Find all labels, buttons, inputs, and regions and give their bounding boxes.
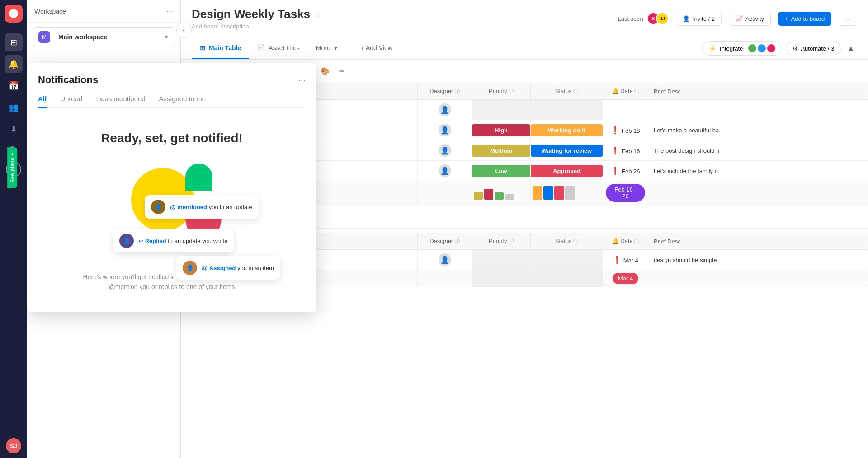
date-cell[interactable] bbox=[603, 100, 648, 120]
priority-low-badge: Low bbox=[472, 165, 530, 177]
last-seen: Last seen S JJ bbox=[618, 12, 668, 25]
brief-cell: design should be simple bbox=[648, 250, 868, 270]
integration-dot-2 bbox=[758, 44, 766, 52]
sidebar-item-calendar[interactable]: 📅 bbox=[5, 77, 23, 95]
col-priority: Priority ⓘ bbox=[472, 83, 531, 100]
notification-panel: Notifications ··· All Unread I was menti… bbox=[27, 63, 316, 312]
summary-brief bbox=[648, 181, 868, 205]
summary-status bbox=[531, 181, 603, 205]
user-avatar[interactable]: SJ bbox=[6, 438, 21, 453]
tab-mentioned[interactable]: I was mentioned bbox=[96, 95, 145, 108]
status-cell[interactable]: Waiting for review bbox=[531, 140, 603, 161]
integrate-button[interactable]: ⚡ Integrate bbox=[702, 41, 782, 56]
brief-cell: Let's make a beautiful ba bbox=[648, 120, 868, 140]
brief-cell: The post design should h bbox=[648, 140, 868, 161]
sidebar-item-people[interactable]: 👥 bbox=[5, 98, 23, 117]
designer-avatar: 👤 bbox=[439, 164, 451, 177]
notification-illustration: 👤 @ mentioned you in an update 👤 ↩ Repli… bbox=[95, 159, 249, 258]
priority-bar-chart bbox=[474, 186, 528, 200]
alert-icon: ❗ bbox=[611, 126, 620, 134]
tab-all[interactable]: All bbox=[38, 95, 47, 108]
add-view-button[interactable]: + Add View bbox=[353, 38, 401, 59]
alert-icon: ❗ bbox=[613, 256, 622, 264]
board-title: Design Weekly Tasks bbox=[192, 7, 310, 21]
col-brief-2: Brief Desc bbox=[648, 233, 868, 250]
tab-unread[interactable]: Unread bbox=[60, 95, 82, 108]
table-icon: ⊞ bbox=[200, 44, 205, 51]
notification-options-button[interactable]: ··· bbox=[298, 75, 306, 85]
tab-assigned[interactable]: Assigned to me bbox=[159, 95, 206, 108]
invite-button[interactable]: 👤 Invite / 2 bbox=[676, 12, 722, 26]
priority-cell[interactable] bbox=[472, 250, 531, 270]
workspace-selector[interactable]: M Main workspace ▼ bbox=[33, 27, 175, 47]
summary-priority-2 bbox=[472, 270, 531, 287]
priority-high-badge: High bbox=[472, 124, 530, 136]
status-working-badge: Working on it bbox=[531, 124, 603, 136]
notification-bubble-assign: 👤 @ Assigned you in an item bbox=[176, 256, 280, 280]
col-designer: Designer ⓘ bbox=[418, 83, 472, 100]
automate-icon: ⚙ bbox=[793, 45, 798, 52]
color-icon[interactable]: 🎨 bbox=[318, 64, 332, 78]
date-range-badge: Feb 16 - 26 bbox=[606, 184, 645, 202]
workspace-icon: M bbox=[38, 31, 50, 43]
activity-icon: 📈 bbox=[736, 15, 743, 22]
sidebar-item-home[interactable]: ⊞ bbox=[5, 33, 23, 51]
bubble-avatar-3: 👤 bbox=[183, 261, 197, 275]
date-cell[interactable]: ❗ Mar 4 bbox=[603, 250, 648, 270]
left-panel-title: Workspace bbox=[34, 8, 66, 15]
board-description[interactable]: Add board description bbox=[192, 23, 322, 30]
col-status: Status ⓘ bbox=[531, 83, 603, 100]
notification-panel-title: Notifications bbox=[38, 74, 98, 86]
board-title-area: Design Weekly Tasks ☆ Add board descript… bbox=[192, 7, 322, 30]
status-cell[interactable] bbox=[531, 250, 603, 270]
date-cell[interactable]: ❗ Feb 18 bbox=[603, 120, 648, 140]
more-options-button[interactable]: ··· bbox=[839, 12, 857, 26]
priority-cell[interactable]: High bbox=[472, 120, 531, 140]
notification-bubble-reply: 👤 ↩ Replied to an update you wrote bbox=[113, 229, 234, 252]
date-cell[interactable]: ❗ Feb 26 bbox=[603, 161, 648, 181]
designer-avatar: 👤 bbox=[439, 144, 451, 157]
automate-button[interactable]: ⚙ Automate / 3 bbox=[786, 42, 841, 55]
priority-cell[interactable]: Low bbox=[472, 161, 531, 181]
col-priority-2: Priority ⓘ bbox=[472, 233, 531, 250]
workspace-options-button[interactable]: ··· bbox=[166, 6, 173, 16]
priority-cell[interactable] bbox=[472, 100, 531, 120]
plus-icon: + bbox=[785, 15, 788, 22]
priority-cell[interactable]: Medium bbox=[472, 140, 531, 161]
date-range-badge-2: Mar 4 bbox=[613, 273, 638, 284]
activity-button[interactable]: 📈 Activity bbox=[729, 12, 771, 26]
status-cell[interactable]: Approved bbox=[531, 161, 603, 181]
status-bar-chart bbox=[533, 186, 601, 200]
sidebar-item-download[interactable]: ⬇ bbox=[5, 120, 23, 138]
alert-icon: ❗ bbox=[611, 167, 620, 175]
priority-medium-badge: Medium bbox=[472, 145, 530, 157]
status-cell[interactable] bbox=[531, 100, 603, 120]
bubble-avatar-2: 👤 bbox=[119, 234, 134, 248]
avatar-j: JJ bbox=[656, 12, 669, 25]
col-brief: Brief Desc bbox=[648, 83, 868, 100]
summary-status-2 bbox=[531, 270, 603, 287]
favorite-star-icon[interactable]: ☆ bbox=[315, 9, 322, 19]
see-plans-badge[interactable]: See plans + bbox=[7, 147, 17, 188]
board-header-right: Last seen S JJ 👤 Invite / 2 📈 Activity +… bbox=[618, 12, 857, 26]
designer-avatar: 👤 bbox=[439, 124, 451, 136]
tab-main-table[interactable]: ⊞ Main Table bbox=[192, 38, 249, 59]
add-to-board-button[interactable]: + Add to board bbox=[778, 12, 831, 26]
status-waiting-badge: Waiting for review bbox=[531, 145, 603, 157]
summary-designer bbox=[418, 181, 472, 205]
workspace-name: Main workspace bbox=[58, 33, 107, 41]
sidebar-item-inbox[interactable]: 🔔 bbox=[5, 55, 23, 73]
status-cell[interactable]: Working on it bbox=[531, 120, 603, 140]
bubble-avatar-1: 👤 bbox=[151, 200, 165, 214]
summary-designer-2 bbox=[418, 270, 472, 287]
file-icon: 📄 bbox=[257, 44, 265, 51]
back-button[interactable]: ‹ bbox=[176, 23, 192, 38]
date-cell[interactable]: ❗ Feb 16 bbox=[603, 140, 648, 161]
brief-cell: Let's include the family d bbox=[648, 161, 868, 181]
edit-icon[interactable]: ✏ bbox=[336, 64, 347, 78]
tab-asset-files[interactable]: 📄 Asset Files bbox=[249, 38, 307, 59]
app-logo[interactable] bbox=[5, 5, 23, 23]
tab-more[interactable]: More ▾ bbox=[308, 38, 345, 59]
col-designer-2: Designer ⓘ bbox=[418, 233, 472, 250]
collapse-button[interactable]: ▲ bbox=[844, 42, 857, 55]
